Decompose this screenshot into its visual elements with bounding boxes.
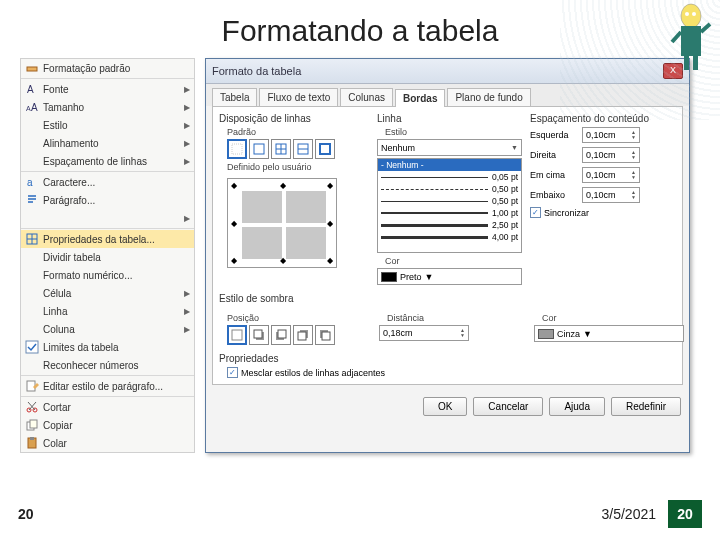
menu-item-label: Tamanho [43, 102, 84, 113]
shadow-distance-input[interactable]: 0,18cm▲▼ [379, 325, 469, 341]
menu-item-label: Parágrafo... [43, 195, 95, 206]
submenu-arrow-icon: ▶ [184, 139, 190, 148]
preset-grid[interactable] [271, 139, 291, 159]
tab-tabela[interactable]: Tabela [212, 88, 257, 106]
menu-item[interactable]: Editar estilo de parágrafo... [21, 377, 194, 395]
ajuda-button[interactable]: Ajuda [549, 397, 605, 416]
spacing-input[interactable]: 0,10cm▲▼ [582, 147, 640, 163]
menu-item[interactable]: Dividir tabela [21, 248, 194, 266]
spacing-label: Embaixo [530, 190, 578, 200]
preset-none[interactable] [227, 139, 247, 159]
menu-item-label: Reconhecer números [43, 360, 139, 371]
menu-item-label: Caractere... [43, 177, 95, 188]
group-spacing: Espaçamento do conteúdo [530, 113, 680, 124]
menu-item[interactable]: Limites da tabela [21, 338, 194, 356]
menu-item-label: Estilo [43, 120, 67, 131]
line-color-select[interactable]: Preto▼ [377, 268, 522, 285]
editpara-icon [25, 379, 39, 393]
shadow-bl[interactable] [293, 325, 313, 345]
spacing-input[interactable]: 0,10cm▲▼ [582, 167, 640, 183]
menu-item[interactable]: Copiar [21, 416, 194, 434]
menu-item[interactable]: Formatação padrão [21, 59, 194, 77]
menu-item-label: Alinhamento [43, 138, 99, 149]
ok-button[interactable]: OK [423, 397, 467, 416]
preset-outer-h[interactable] [293, 139, 313, 159]
menu-item[interactable]: AATamanho▶ [21, 98, 194, 116]
line-style-list[interactable]: - Nenhum -0,05 pt0,50 pt0,50 pt1,00 pt2,… [377, 158, 522, 253]
preset-label: Padrão [227, 127, 369, 137]
menu-item[interactable]: aCaractere... [21, 173, 194, 191]
line-style-option[interactable]: 2,50 pt [378, 219, 521, 231]
tab-plano-de-fundo[interactable]: Plano de fundo [447, 88, 530, 106]
menu-item[interactable]: Parágrafo... [21, 191, 194, 209]
context-menu: Formatação padrãoAFonte▶AATamanho▶Estilo… [20, 58, 195, 453]
page-number-left: 20 [18, 506, 34, 522]
sync-checkbox[interactable]: ✓Sincronizar [530, 207, 680, 218]
menu-item[interactable]: AFonte▶ [21, 80, 194, 98]
menu-item-label: Editar estilo de parágrafo... [43, 381, 163, 392]
svg-point-6 [685, 12, 689, 16]
menu-item-label: Formatação padrão [43, 63, 130, 74]
tab-fluxo-de-texto[interactable]: Fluxo de texto [259, 88, 338, 106]
svg-rect-1 [681, 26, 701, 56]
line-style-option[interactable]: 0,50 pt [378, 183, 521, 195]
menu-item-label: Formato numérico... [43, 270, 132, 281]
shadow-tr[interactable] [271, 325, 291, 345]
preset-box[interactable] [249, 139, 269, 159]
line-style-select[interactable]: Nenhum▼ [377, 139, 522, 156]
spacing-input[interactable]: 0,10cm▲▼ [582, 127, 640, 143]
preset-outer-thick[interactable] [315, 139, 335, 159]
shadow-none[interactable] [227, 325, 247, 345]
submenu-arrow-icon: ▶ [184, 85, 190, 94]
svg-rect-38 [298, 332, 306, 340]
cancelar-button[interactable]: Cancelar [473, 397, 543, 416]
svg-point-0 [681, 4, 701, 28]
spacing-label: Em cima [530, 170, 578, 180]
svg-rect-17 [27, 381, 35, 391]
svg-rect-8 [27, 67, 37, 71]
shadow-color-select[interactable]: Cinza▼ [534, 325, 684, 342]
submenu-arrow-icon: ▶ [184, 289, 190, 298]
group-properties: Propriedades [219, 353, 676, 364]
line-style-option[interactable]: 0,50 pt [378, 195, 521, 207]
submenu-arrow-icon: ▶ [184, 121, 190, 130]
blank-icon [25, 322, 39, 336]
menu-item[interactable]: Colar [21, 434, 194, 452]
blank-icon [25, 154, 39, 168]
group-shadow: Estilo de sombra [219, 293, 676, 304]
font-icon: A [25, 82, 39, 96]
line-style-option[interactable]: 1,00 pt [378, 207, 521, 219]
submenu-arrow-icon: ▶ [184, 157, 190, 166]
spacing-input[interactable]: 0,10cm▲▼ [582, 187, 640, 203]
menu-item[interactable]: Linha▶ [21, 302, 194, 320]
menu-item[interactable]: Estilo▶ [21, 116, 194, 134]
shadow-tl[interactable] [249, 325, 269, 345]
menu-item[interactable]: Coluna▶ [21, 320, 194, 338]
menu-item[interactable]: Cortar [21, 398, 194, 416]
tab-colunas[interactable]: Colunas [340, 88, 393, 106]
menu-item-label: Cortar [43, 402, 71, 413]
cut-icon [25, 400, 39, 414]
clear-icon [25, 61, 39, 75]
svg-text:A: A [27, 84, 34, 95]
line-style-option[interactable]: 0,05 pt [378, 171, 521, 183]
menu-item[interactable]: Reconhecer números [21, 356, 194, 374]
menu-item[interactable]: Formato numérico... [21, 266, 194, 284]
menu-item[interactable]: ▶ [21, 209, 194, 227]
merge-styles-checkbox[interactable]: ✓Mesclar estilos de linhas adjacentes [227, 367, 676, 378]
menu-item[interactable]: Propriedades da tabela... [21, 230, 194, 248]
line-style-option[interactable]: 4,00 pt [378, 231, 521, 243]
svg-rect-32 [232, 330, 242, 340]
border-preview[interactable]: ◆ ◆ ◆ ◆ ◆ ◆ ◆ ◆ [227, 178, 337, 268]
menu-item[interactable]: Alinhamento▶ [21, 134, 194, 152]
page-title: Formatando a tabela [0, 0, 720, 58]
tab-bordas[interactable]: Bordas [395, 89, 445, 107]
menu-item[interactable]: Célula▶ [21, 284, 194, 302]
line-style-option[interactable]: - Nenhum - [378, 159, 521, 171]
menu-item[interactable]: Espaçamento de linhas▶ [21, 152, 194, 170]
blank-icon [25, 268, 39, 282]
shadow-br[interactable] [315, 325, 335, 345]
svg-rect-36 [278, 330, 286, 338]
shadow-dist-label: Distância [387, 313, 524, 323]
redefinir-button[interactable]: Redefinir [611, 397, 681, 416]
